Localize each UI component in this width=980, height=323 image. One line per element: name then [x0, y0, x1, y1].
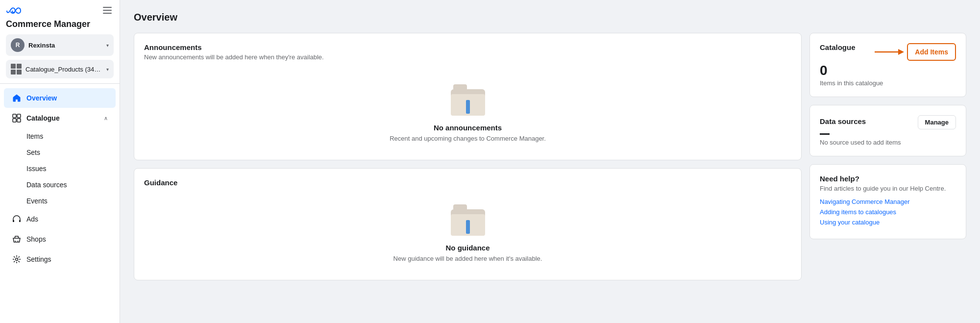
page-title: Overview: [134, 12, 966, 23]
settings-icon: [12, 254, 22, 264]
hamburger-icon: [103, 7, 112, 14]
guidance-card: Guidance No guidance New guidance will b…: [134, 168, 802, 280]
folder-bar: [466, 100, 470, 114]
manage-button[interactable]: Manage: [918, 115, 956, 129]
data-sources-dash: [820, 133, 830, 135]
guidance-empty-state: No guidance New guidance will be added h…: [144, 189, 791, 270]
ads-label: Ads: [26, 215, 38, 223]
sidebar-item-overview[interactable]: Overview: [4, 88, 116, 108]
svg-rect-7: [13, 220, 14, 222]
grid-icon: [11, 64, 22, 75]
folder-bar-2: [466, 220, 470, 234]
ads-icon: [12, 214, 22, 224]
svg-rect-0: [103, 7, 112, 8]
announcements-empty-state: No announcements Recent and upcoming cha…: [144, 69, 791, 150]
svg-point-10: [18, 241, 19, 242]
shops-label: Shops: [26, 235, 46, 243]
commerce-manager-title: Commerce Manager: [6, 19, 114, 29]
meta-logo: [6, 6, 25, 14]
sidebar-item-settings[interactable]: Settings: [4, 249, 116, 269]
sidebar-nav: Overview Catalogue ∧ Items Sets Issues D…: [0, 84, 120, 273]
announcements-empty-title: No announcements: [434, 124, 502, 132]
need-help-title: Need help?: [820, 174, 956, 183]
catalogue-count: 0: [820, 63, 956, 78]
guidance-empty-desc: New guidance will be added here when it'…: [393, 255, 542, 262]
svg-point-11: [16, 258, 18, 261]
svg-rect-3: [13, 114, 16, 118]
right-column: Catalogue Add Items 0 Items in this cat: [809, 33, 966, 280]
sidebar-item-events[interactable]: Events: [4, 193, 116, 209]
orange-arrow-icon: [875, 47, 904, 57]
announcements-subtitle: New announcements will be added here whe…: [144, 53, 791, 61]
help-link-navigating[interactable]: Navigating Commerce Manager: [820, 198, 956, 205]
catalogue-nav-label: Catalogue: [26, 114, 99, 122]
folder-illustration: [448, 80, 488, 116]
svg-point-9: [15, 241, 16, 242]
need-help-card: Need help? Find articles to guide you in…: [809, 164, 966, 239]
sidebar: Commerce Manager R Rexinsta ▾ Catalogue_…: [0, 0, 120, 323]
catalogue-chevron-icon: ▾: [106, 67, 109, 72]
shops-icon: [12, 234, 22, 244]
svg-rect-1: [103, 10, 112, 11]
guidance-empty-title: No guidance: [445, 244, 490, 252]
left-column: Announcements New announcements will be …: [134, 33, 802, 280]
sidebar-item-issues[interactable]: Issues: [4, 161, 116, 176]
catalogue-title-section: Catalogue: [820, 43, 856, 53]
announcements-empty-desc: Recent and upcoming changes to Commerce …: [390, 135, 546, 142]
main-content: Overview Announcements New announcements…: [120, 0, 980, 323]
svg-rect-4: [17, 114, 21, 118]
sidebar-top-row: [6, 5, 114, 17]
svg-rect-8: [19, 220, 21, 222]
hamburger-button[interactable]: [101, 5, 114, 17]
folder-tab-2: [453, 204, 467, 209]
catalogue-card: Catalogue Add Items 0 Items in this cat: [809, 33, 966, 97]
catalogue-chevron-icon: ∧: [104, 115, 108, 122]
chevron-down-icon: ▾: [106, 43, 109, 48]
sidebar-item-data-sources[interactable]: Data sources: [4, 177, 116, 193]
catalogue-title: Catalogue: [820, 43, 856, 51]
sidebar-item-catalogue[interactable]: Catalogue ∧: [4, 108, 116, 128]
home-icon: [12, 93, 22, 103]
catalogue-desc: Items in this catalogue: [820, 79, 956, 87]
svg-rect-2: [103, 13, 112, 14]
help-link-using[interactable]: Using your catalogue: [820, 219, 956, 226]
catalogue-name: Catalogue_Products (34078...: [25, 66, 102, 73]
svg-rect-5: [13, 119, 16, 122]
catalogue-card-inner: Catalogue Add Items 0 Items in this cat: [820, 43, 956, 87]
meta-logo-svg: [6, 6, 25, 14]
account-selector[interactable]: R Rexinsta ▾: [6, 34, 114, 56]
sidebar-item-items[interactable]: Items: [4, 128, 116, 144]
data-sources-title: Data sources: [820, 117, 866, 125]
content-grid: Announcements New announcements will be …: [134, 33, 966, 280]
overview-label: Overview: [26, 94, 57, 102]
catalogue-nav-icon: [12, 113, 22, 123]
announcements-title: Announcements: [144, 43, 791, 51]
sidebar-item-sets[interactable]: Sets: [4, 145, 116, 160]
data-sources-desc: No source used to add items: [820, 139, 956, 146]
data-sources-card: Data sources Manage No source used to ad…: [809, 105, 966, 156]
announcements-card: Announcements New announcements will be …: [134, 33, 802, 160]
settings-label: Settings: [26, 255, 51, 263]
add-items-section: Add Items: [875, 43, 956, 61]
folder-tab: [453, 84, 467, 89]
sidebar-top: Commerce Manager R Rexinsta ▾ Catalogue_…: [0, 0, 120, 84]
need-help-subtitle: Find articles to guide you in our Help C…: [820, 185, 956, 192]
add-items-button[interactable]: Add Items: [907, 43, 956, 61]
svg-rect-6: [17, 119, 21, 122]
guidance-title: Guidance: [144, 178, 791, 187]
guidance-folder-illustration: [448, 200, 488, 236]
help-link-adding[interactable]: Adding items to catalogues: [820, 208, 956, 216]
account-name: Rexinsta: [28, 42, 102, 49]
avatar: R: [11, 38, 24, 52]
catalogue-header: Catalogue Add Items: [820, 43, 956, 61]
sidebar-item-ads[interactable]: Ads: [4, 209, 116, 229]
svg-marker-13: [898, 49, 904, 55]
data-sources-header: Data sources Manage: [820, 115, 956, 129]
sidebar-item-shops[interactable]: Shops: [4, 229, 116, 249]
catalogue-selector[interactable]: Catalogue_Products (34078... ▾: [6, 60, 114, 78]
